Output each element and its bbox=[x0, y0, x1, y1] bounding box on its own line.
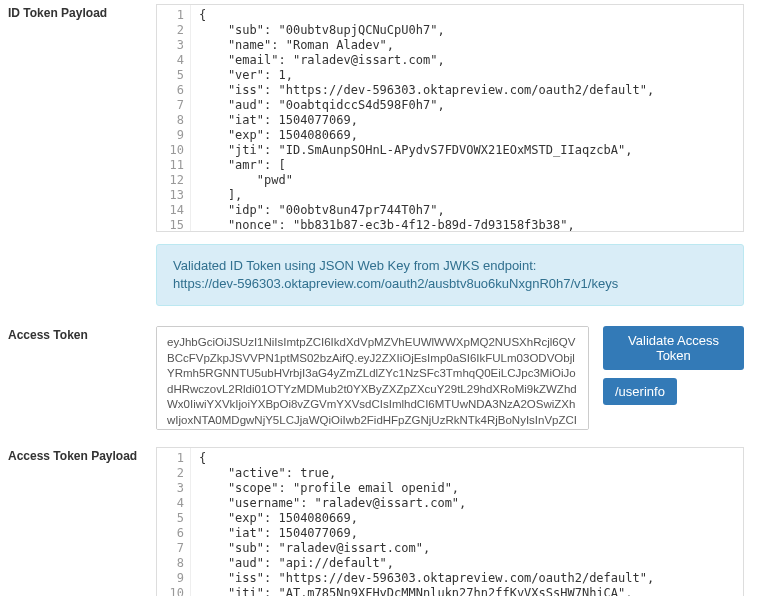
access-token-payload-label: Access Token Payload bbox=[8, 447, 156, 596]
access-token-payload-code[interactable]: 1 2 3 4 5 6 7 8 9 10 11 12{ "active": tr… bbox=[156, 447, 744, 596]
validate-access-token-button[interactable]: Validate Access Token bbox=[603, 326, 744, 370]
id-token-payload-code[interactable]: 1 2 3 4 5 6 7 8 9 10 11 12 13 14 15{ "su… bbox=[156, 4, 744, 232]
id-token-payload-label: ID Token Payload bbox=[8, 4, 156, 306]
validated-message: Validated ID Token using JSON Web Key fr… bbox=[156, 244, 744, 306]
validated-prefix: Validated ID Token using JSON Web Key fr… bbox=[173, 258, 536, 273]
access-token-input[interactable] bbox=[156, 326, 589, 430]
access-token-label: Access Token bbox=[8, 326, 156, 433]
jwks-link[interactable]: https://dev-596303.oktapreview.com/oauth… bbox=[173, 276, 618, 291]
userinfo-button[interactable]: /userinfo bbox=[603, 378, 677, 405]
